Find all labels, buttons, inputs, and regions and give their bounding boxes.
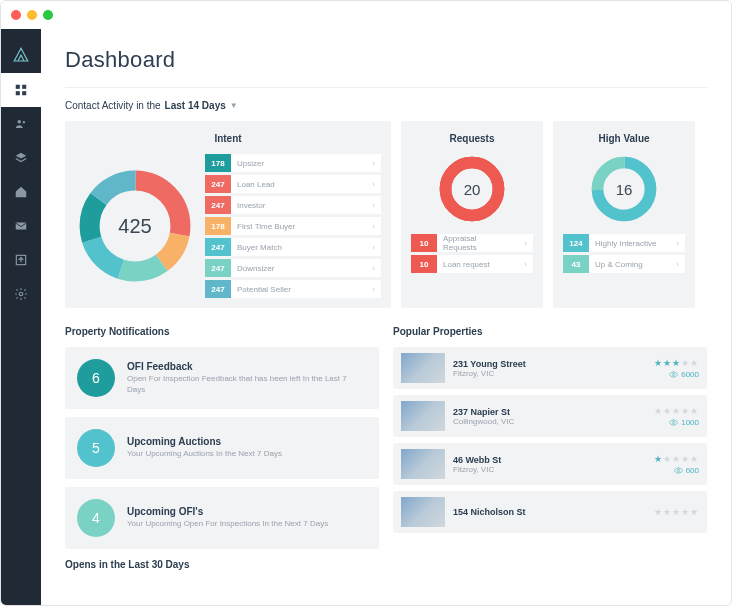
property-row[interactable]: 154 Nicholson St★★★★★ [393, 491, 707, 533]
notification-count: 6 [77, 359, 115, 397]
notification-text: OFI FeedbackOpen For Inspection Feedback… [127, 361, 367, 395]
activity-filter[interactable]: Contact Activity in the Last 14 Days ▼ [65, 100, 707, 111]
notification-sub: Your Upcoming Auctions In the Next 7 Day… [127, 449, 282, 459]
notification-item[interactable]: 5Upcoming AuctionsYour Upcoming Auctions… [65, 417, 379, 479]
property-info: 237 Napier StCollingwood, VIC [453, 407, 514, 426]
intent-title: Intent [75, 133, 381, 144]
eye-icon [669, 418, 678, 427]
property-row[interactable]: 231 Young StreetFitzroy, VIC★★★★★6000 [393, 347, 707, 389]
intent-row-label: Buyer Match [231, 243, 366, 252]
intent-row-label: Potential Seller [231, 285, 366, 294]
property-row[interactable]: 46 Webb StFitzroy, VIC★★★★★600 [393, 443, 707, 485]
sidebar-item-layers[interactable] [1, 141, 41, 175]
chevron-right-icon: › [366, 159, 381, 168]
sidebar-item-dashboard[interactable] [1, 73, 41, 107]
property-thumb [401, 497, 445, 527]
svg-rect-6 [16, 223, 27, 230]
intent-row-label: Loan Lead [231, 180, 366, 189]
layers-icon [14, 151, 28, 165]
notification-text: Upcoming OFI'sYour Upcoming Open For Ins… [127, 506, 328, 529]
intent-row-label: Downsizer [231, 264, 366, 273]
requests-row-label: Loan request [437, 260, 518, 269]
chevron-right-icon: › [366, 222, 381, 231]
window-close-icon[interactable] [11, 10, 21, 20]
highvalue-row-label: Up & Coming [589, 260, 670, 269]
intent-row[interactable]: 178First Time Buyer› [205, 217, 381, 235]
intent-card: Intent 425 [65, 121, 391, 308]
requests-row[interactable]: 10Appraisal Requests› [411, 234, 533, 252]
gear-icon [14, 287, 28, 301]
property-info: 154 Nicholson St [453, 507, 526, 517]
notifications-list: 6OFI FeedbackOpen For Inspection Feedbac… [65, 347, 379, 549]
count-badge: 124 [563, 234, 589, 252]
property-info: 231 Young StreetFitzroy, VIC [453, 359, 526, 378]
sidebar-item-settings[interactable] [1, 277, 41, 311]
count-badge: 10 [411, 234, 437, 252]
requests-row[interactable]: 10Loan request› [411, 255, 533, 273]
notifications-title: Property Notifications [65, 326, 379, 337]
property-info: 46 Webb StFitzroy, VIC [453, 455, 501, 474]
property-views: 1000 [654, 418, 699, 427]
notification-item[interactable]: 4Upcoming OFI'sYour Upcoming Open For In… [65, 487, 379, 549]
popular-title: Popular Properties [393, 326, 707, 337]
window-maximize-icon[interactable] [43, 10, 53, 20]
window-minimize-icon[interactable] [27, 10, 37, 20]
highvalue-list: 124Highly Interactive›43Up & Coming› [563, 234, 685, 273]
opens-title: Opens in the Last 30 Days [65, 559, 379, 570]
notifications-column: Property Notifications 6OFI FeedbackOpen… [65, 326, 379, 580]
intent-row[interactable]: 247Downsizer› [205, 259, 381, 277]
sidebar-item-mail[interactable] [1, 209, 41, 243]
requests-card: Requests 20 10Appraisal Requests›10Loan … [401, 121, 543, 308]
sidebar-item-export[interactable] [1, 243, 41, 277]
star-rating: ★★★★★ [654, 358, 699, 368]
notification-count: 4 [77, 499, 115, 537]
property-meta: ★★★★★1000 [654, 406, 699, 427]
count-badge: 247 [205, 196, 231, 214]
property-row[interactable]: 237 Napier StCollingwood, VIC★★★★★1000 [393, 395, 707, 437]
highvalue-row[interactable]: 43Up & Coming› [563, 255, 685, 273]
divider [65, 87, 707, 88]
popular-column: Popular Properties 231 Young StreetFitzr… [393, 326, 707, 580]
property-meta: ★★★★★ [654, 507, 699, 517]
app-logo[interactable] [1, 37, 41, 73]
chevron-right-icon: › [366, 180, 381, 189]
svg-point-23 [673, 373, 675, 375]
app-window: Dashboard Contact Activity in the Last 1… [0, 0, 732, 606]
star-rating: ★★★★★ [654, 406, 699, 416]
filter-period: Last 14 Days [165, 100, 226, 111]
highvalue-card: High Value 16 124Highly Interactive›43Up… [553, 121, 695, 308]
property-address: 231 Young Street [453, 359, 526, 369]
intent-row[interactable]: 247Buyer Match› [205, 238, 381, 256]
eye-icon [674, 466, 683, 475]
requests-list: 10Appraisal Requests›10Loan request› [411, 234, 533, 273]
requests-total: 20 [437, 154, 507, 224]
intent-row[interactable]: 247Potential Seller› [205, 280, 381, 298]
notification-item[interactable]: 6OFI FeedbackOpen For Inspection Feedbac… [65, 347, 379, 409]
notification-title: Upcoming Auctions [127, 436, 282, 447]
chevron-right-icon: › [366, 285, 381, 294]
chevron-right-icon: › [366, 264, 381, 273]
intent-row[interactable]: 247Investor› [205, 196, 381, 214]
sidebar-item-properties[interactable] [1, 175, 41, 209]
svg-point-5 [23, 121, 25, 123]
intent-row[interactable]: 247Loan Lead› [205, 175, 381, 193]
star-rating: ★★★★★ [654, 507, 699, 517]
chevron-right-icon: › [366, 243, 381, 252]
property-views: 6000 [654, 370, 699, 379]
sidebar-item-contacts[interactable] [1, 107, 41, 141]
star-rating: ★★★★★ [654, 454, 699, 464]
intent-row-label: Investor [231, 201, 366, 210]
svg-rect-0 [16, 85, 20, 89]
highvalue-row[interactable]: 124Highly Interactive› [563, 234, 685, 252]
highvalue-row-label: Highly Interactive [589, 239, 670, 248]
sidebar-nav [1, 73, 41, 311]
page-title: Dashboard [65, 47, 707, 73]
chevron-right-icon: › [518, 239, 533, 248]
property-location: Fitzroy, VIC [453, 369, 526, 378]
highvalue-donut: 16 [589, 154, 659, 224]
svg-point-24 [673, 421, 675, 423]
property-meta: ★★★★★600 [654, 454, 699, 475]
intent-row[interactable]: 178Upsizer› [205, 154, 381, 172]
intent-donut: 425 [75, 166, 195, 286]
count-badge: 247 [205, 175, 231, 193]
